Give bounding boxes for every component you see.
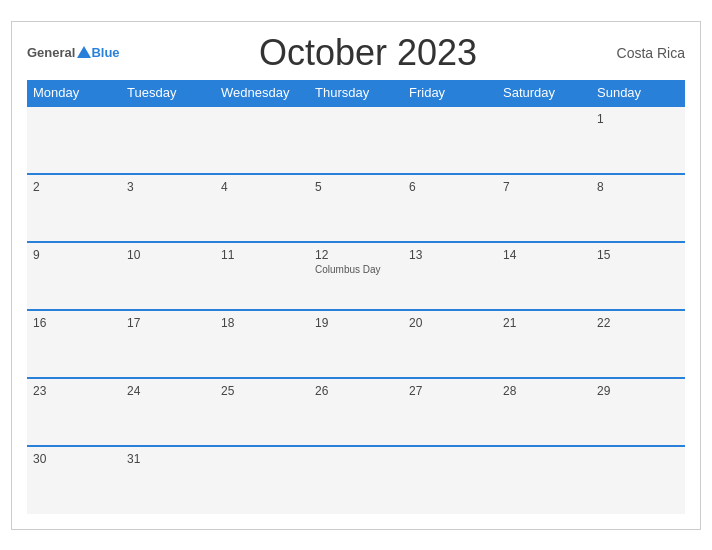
day-number: 15 xyxy=(597,248,679,262)
logo-blue-text: Blue xyxy=(91,46,119,59)
day-number: 19 xyxy=(315,316,397,330)
day-cell: 16 xyxy=(27,310,121,378)
weekday-header-friday: Friday xyxy=(403,80,497,106)
day-number: 7 xyxy=(503,180,585,194)
week-row-3: 9101112Columbus Day131415 xyxy=(27,242,685,310)
week-row-1: 1 xyxy=(27,106,685,174)
day-cell: 11 xyxy=(215,242,309,310)
day-number: 4 xyxy=(221,180,303,194)
day-cell: 21 xyxy=(497,310,591,378)
day-cell: 31 xyxy=(121,446,215,514)
day-cell: 4 xyxy=(215,174,309,242)
day-number: 20 xyxy=(409,316,491,330)
day-number: 18 xyxy=(221,316,303,330)
logo-general-text: General xyxy=(27,46,75,59)
day-number: 27 xyxy=(409,384,491,398)
day-cell: 15 xyxy=(591,242,685,310)
day-number: 30 xyxy=(33,452,115,466)
day-number: 3 xyxy=(127,180,209,194)
day-number: 31 xyxy=(127,452,209,466)
weekday-header-row: MondayTuesdayWednesdayThursdayFridaySatu… xyxy=(27,80,685,106)
day-cell: 13 xyxy=(403,242,497,310)
day-cell xyxy=(309,446,403,514)
day-cell: 1 xyxy=(591,106,685,174)
day-cell: 27 xyxy=(403,378,497,446)
weekday-header-wednesday: Wednesday xyxy=(215,80,309,106)
day-cell: 12Columbus Day xyxy=(309,242,403,310)
day-cell: 29 xyxy=(591,378,685,446)
weekday-header-saturday: Saturday xyxy=(497,80,591,106)
day-cell xyxy=(121,106,215,174)
day-cell: 23 xyxy=(27,378,121,446)
day-cell xyxy=(497,106,591,174)
day-number: 8 xyxy=(597,180,679,194)
day-cell xyxy=(215,446,309,514)
calendar-header: General Blue October 2023 Costa Rica xyxy=(27,32,685,74)
calendar-title: October 2023 xyxy=(120,32,617,74)
day-cell: 17 xyxy=(121,310,215,378)
day-cell: 20 xyxy=(403,310,497,378)
day-cell: 7 xyxy=(497,174,591,242)
day-cell xyxy=(309,106,403,174)
day-number: 13 xyxy=(409,248,491,262)
day-cell: 14 xyxy=(497,242,591,310)
day-cell: 28 xyxy=(497,378,591,446)
day-cell: 30 xyxy=(27,446,121,514)
day-number: 5 xyxy=(315,180,397,194)
weekday-header-monday: Monday xyxy=(27,80,121,106)
calendar-grid: MondayTuesdayWednesdayThursdayFridaySatu… xyxy=(27,80,685,514)
week-row-4: 16171819202122 xyxy=(27,310,685,378)
logo: General Blue xyxy=(27,46,120,59)
day-number: 24 xyxy=(127,384,209,398)
week-row-5: 23242526272829 xyxy=(27,378,685,446)
day-number: 29 xyxy=(597,384,679,398)
day-cell: 19 xyxy=(309,310,403,378)
day-cell xyxy=(215,106,309,174)
day-cell xyxy=(27,106,121,174)
day-number: 9 xyxy=(33,248,115,262)
day-number: 25 xyxy=(221,384,303,398)
day-number: 17 xyxy=(127,316,209,330)
day-cell: 18 xyxy=(215,310,309,378)
day-cell: 25 xyxy=(215,378,309,446)
day-number: 23 xyxy=(33,384,115,398)
day-number: 14 xyxy=(503,248,585,262)
day-cell xyxy=(403,446,497,514)
country-label: Costa Rica xyxy=(617,45,685,61)
day-number: 11 xyxy=(221,248,303,262)
day-cell: 9 xyxy=(27,242,121,310)
day-number: 22 xyxy=(597,316,679,330)
weekday-header-sunday: Sunday xyxy=(591,80,685,106)
calendar-wrapper: General Blue October 2023 Costa Rica Mon… xyxy=(11,21,701,530)
day-cell xyxy=(497,446,591,514)
day-cell xyxy=(591,446,685,514)
logo-triangle-icon xyxy=(77,46,91,58)
weekday-header-thursday: Thursday xyxy=(309,80,403,106)
day-cell: 10 xyxy=(121,242,215,310)
day-cell: 26 xyxy=(309,378,403,446)
weekday-header-tuesday: Tuesday xyxy=(121,80,215,106)
day-cell: 8 xyxy=(591,174,685,242)
day-number: 26 xyxy=(315,384,397,398)
day-cell: 24 xyxy=(121,378,215,446)
day-number: 6 xyxy=(409,180,491,194)
day-cell: 3 xyxy=(121,174,215,242)
day-cell: 22 xyxy=(591,310,685,378)
day-event: Columbus Day xyxy=(315,264,397,275)
week-row-6: 3031 xyxy=(27,446,685,514)
week-row-2: 2345678 xyxy=(27,174,685,242)
day-cell: 2 xyxy=(27,174,121,242)
day-number: 12 xyxy=(315,248,397,262)
day-number: 10 xyxy=(127,248,209,262)
day-cell xyxy=(403,106,497,174)
day-cell: 5 xyxy=(309,174,403,242)
day-number: 21 xyxy=(503,316,585,330)
day-number: 16 xyxy=(33,316,115,330)
day-number: 1 xyxy=(597,112,679,126)
day-number: 2 xyxy=(33,180,115,194)
day-cell: 6 xyxy=(403,174,497,242)
day-number: 28 xyxy=(503,384,585,398)
